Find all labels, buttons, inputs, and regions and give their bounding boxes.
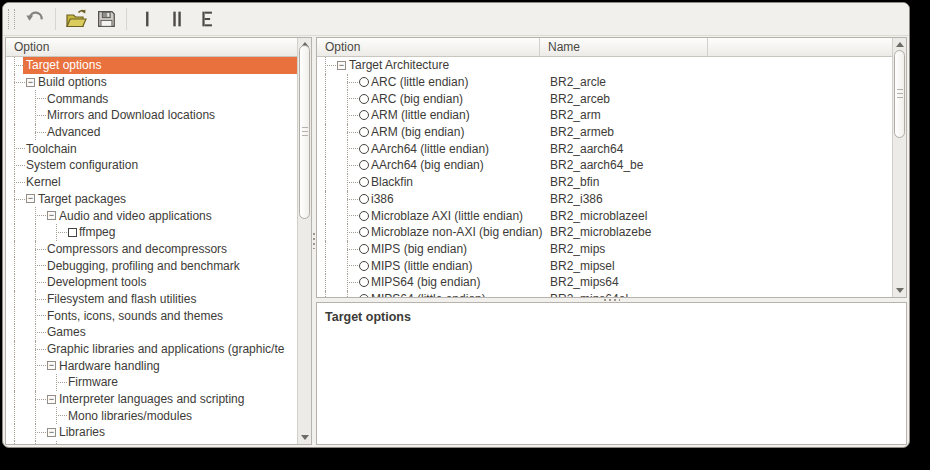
tree-row[interactable]: Target options <box>6 57 297 74</box>
tree-row[interactable]: −Libraries <box>6 424 297 441</box>
expander-icon[interactable]: − <box>47 395 56 404</box>
radio-icon[interactable] <box>359 244 369 254</box>
radio-icon[interactable] <box>359 177 369 187</box>
radio-icon[interactable] <box>359 261 369 271</box>
symbol-name: BR2_microblazebe <box>550 224 651 241</box>
radio-icon[interactable] <box>359 94 369 104</box>
tree-row[interactable]: −Hardware handling <box>6 357 297 374</box>
tree-row[interactable]: ARM (big endian)BR2_armeb <box>317 124 892 141</box>
tree-guide <box>14 441 16 444</box>
radio-icon[interactable] <box>359 211 369 221</box>
radio-icon[interactable] <box>359 227 369 237</box>
tree-row[interactable]: Filesystem and flash utilities <box>6 291 297 308</box>
tree-item-label: Interpreter languages and scripting <box>59 392 244 406</box>
tree-row[interactable]: Debugging, profiling and benchmark <box>6 257 297 274</box>
list-scrollbar-thumb[interactable] <box>894 50 905 138</box>
tree-row[interactable]: MIPS (big endian)BR2_mips <box>317 241 892 258</box>
expander-icon[interactable]: − <box>26 78 35 87</box>
left-vertical-scrollbar[interactable] <box>297 38 311 444</box>
checkbox-icon[interactable] <box>68 228 77 237</box>
single-view-button[interactable] <box>132 5 162 33</box>
back-button[interactable] <box>20 5 50 33</box>
expander-icon[interactable]: − <box>47 211 56 220</box>
tree-item-label: Build options <box>38 75 107 89</box>
list-column-headers[interactable]: Option Name <box>317 38 892 57</box>
radio-icon[interactable] <box>359 194 369 204</box>
tree-row[interactable]: Games <box>6 324 297 341</box>
radio-icon[interactable] <box>359 160 369 170</box>
tree-row[interactable]: Fonts, icons, sounds and themes <box>6 307 297 324</box>
expander-icon[interactable]: − <box>26 194 35 203</box>
tree-item-label: Kernel <box>26 175 61 189</box>
split-view-icon <box>166 8 188 30</box>
tree-row[interactable]: −Audio and video applications <box>6 207 297 224</box>
tree-row[interactable]: Audio/Sound <box>6 441 297 444</box>
tree-item-label: MIPS64 (little endian) <box>371 292 486 297</box>
tree-row[interactable]: −Interpreter languages and scripting <box>6 391 297 408</box>
tree-row[interactable]: ARM (little endian)BR2_arm <box>317 107 892 124</box>
tree-row[interactable]: System configuration <box>6 157 297 174</box>
tree-row[interactable]: −Target Architecture <box>317 57 892 74</box>
radio-icon[interactable] <box>359 144 369 154</box>
tree-guide <box>347 232 358 234</box>
tree-row[interactable]: MIPS (little endian)BR2_mipsel <box>317 257 892 274</box>
scroll-down-icon[interactable] <box>896 288 904 293</box>
tree-row[interactable]: Kernel <box>6 174 297 191</box>
tree-row[interactable]: AArch64 (little endian)BR2_aarch64 <box>317 140 892 157</box>
tree-guide <box>35 349 46 351</box>
tree-row[interactable]: Mono libraries/modules <box>6 407 297 424</box>
expander-icon[interactable]: − <box>337 61 346 70</box>
left-scrollbar-thumb[interactable] <box>299 45 310 219</box>
tree-row[interactable]: Advanced <box>6 124 297 141</box>
tree-item-label: ARM (little endian) <box>371 108 470 122</box>
tree-item-label: Hardware handling <box>59 359 160 373</box>
tree-item-label: ARM (big endian) <box>371 125 464 139</box>
tree-guide <box>325 140 327 157</box>
expander-icon[interactable]: − <box>47 428 56 437</box>
symbol-name: BR2_armeb <box>550 124 614 141</box>
expander-icon[interactable]: − <box>47 361 56 370</box>
tree-row[interactable]: ARC (big endian)BR2_arceb <box>317 90 892 107</box>
radio-icon[interactable] <box>359 127 369 137</box>
tree-row[interactable]: Microblaze AXI (little endian)BR2_microb… <box>317 207 892 224</box>
scroll-down-icon[interactable] <box>301 435 309 440</box>
tree-item-label: Mirrors and Download locations <box>47 108 215 122</box>
radio-icon[interactable] <box>359 294 369 297</box>
tree-guide <box>14 207 16 224</box>
tree-row[interactable]: Mirrors and Download locations <box>6 107 297 124</box>
tree-row[interactable]: BlackfinBR2_bfin <box>317 174 892 191</box>
toolbar-drag-handle[interactable] <box>8 9 15 29</box>
radio-icon[interactable] <box>359 277 369 287</box>
split-view-button[interactable] <box>162 5 192 33</box>
tree-row[interactable]: ARC (little endian)BR2_arcle <box>317 74 892 91</box>
tree-row[interactable]: Graphic libraries and applications (grap… <box>6 341 297 358</box>
left-column-header[interactable]: Option <box>6 38 297 57</box>
tree-row[interactable]: −Build options <box>6 74 297 91</box>
tree-row[interactable]: Compressors and decompressors <box>6 241 297 258</box>
tree-item-label: ARC (big endian) <box>371 92 463 106</box>
tree-row[interactable]: Firmware <box>6 374 297 391</box>
tree-row[interactable]: Development tools <box>6 274 297 291</box>
tree-row[interactable]: i386BR2_i386 <box>317 191 892 208</box>
options-tree: Target options−Build optionsCommandsMirr… <box>6 57 297 444</box>
tree-row[interactable]: Microblaze non-AXI (big endian)BR2_micro… <box>317 224 892 241</box>
tree-item-label: Compressors and decompressors <box>47 242 227 256</box>
tree-row[interactable]: Commands <box>6 90 297 107</box>
tree-guide <box>325 157 327 174</box>
tree-row[interactable]: MIPS64 (little endian)BR2_mips64el <box>317 291 892 297</box>
tree-item-label: Fonts, icons, sounds and themes <box>47 309 223 323</box>
radio-icon[interactable] <box>359 77 369 87</box>
tree-row[interactable]: Toolchain <box>6 140 297 157</box>
save-config-button[interactable] <box>91 5 121 33</box>
tree-guide <box>347 215 358 217</box>
full-view-button[interactable] <box>192 5 222 33</box>
tree-row[interactable]: −Target packages <box>6 191 297 208</box>
tree-row[interactable]: AArch64 (big endian)BR2_aarch64_be <box>317 157 892 174</box>
list-vertical-scrollbar[interactable] <box>892 38 906 297</box>
load-config-button[interactable] <box>61 5 91 33</box>
tree-row[interactable]: ffmpeg <box>6 224 297 241</box>
options-tree-panel: Option Target options−Build optionsComma… <box>5 37 312 445</box>
tree-row[interactable]: MIPS64 (big endian)BR2_mips64 <box>317 274 892 291</box>
radio-icon[interactable] <box>359 110 369 120</box>
scroll-up-icon[interactable] <box>896 42 904 47</box>
